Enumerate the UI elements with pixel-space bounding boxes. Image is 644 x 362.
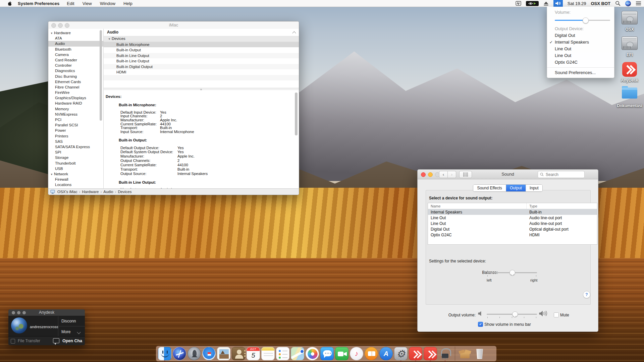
- eject-icon[interactable]: [543, 0, 549, 7]
- output-device-menu-item[interactable]: Line Out: [547, 46, 614, 52]
- sidebar-item-card-reader[interactable]: Card Reader: [48, 57, 103, 63]
- sidebar-item-audio[interactable]: Audio: [48, 41, 103, 46]
- help-button[interactable]: ?: [583, 291, 590, 298]
- dock-item-anydesk[interactable]: [409, 347, 422, 360]
- dock-facetime-icon[interactable]: [335, 347, 348, 360]
- zoom-button[interactable]: [22, 311, 26, 314]
- show-volume-checkbox[interactable]: ✓: [478, 322, 483, 327]
- close-button[interactable]: [12, 311, 15, 314]
- dock-itunes-icon[interactable]: ♪: [350, 347, 363, 360]
- menu-edit[interactable]: Edit: [67, 1, 74, 6]
- dock-sysprefs-icon[interactable]: ⚙: [394, 347, 408, 360]
- sidebar-item-sas[interactable]: SAS: [48, 139, 103, 144]
- device-row[interactable]: Built-in Line Output: [104, 58, 299, 64]
- desktop-icon-anydesk[interactable]: AnyDesk: [616, 62, 643, 83]
- dock-item-chip[interactable]: [438, 347, 452, 360]
- volume-slider-thumb[interactable]: [583, 17, 589, 23]
- sidebar-item-spi[interactable]: SPI: [48, 149, 103, 155]
- output-volume-slider-thumb[interactable]: [512, 311, 518, 317]
- waveform-icon[interactable]: [516, 0, 521, 7]
- sidebar-item-bluetooth[interactable]: Bluetooth: [48, 47, 103, 52]
- active-app-menu[interactable]: System Preferences: [18, 1, 59, 6]
- table-row[interactable]: Line OutAudio line-out port: [428, 221, 597, 226]
- sidebar-item-usb[interactable]: USB: [48, 166, 103, 171]
- dock-item-mail[interactable]: [217, 347, 230, 360]
- file-transfer-button[interactable]: File Transfer: [18, 339, 40, 343]
- disclosure-triangle-icon[interactable]: ▼: [50, 32, 53, 35]
- dock-item-finder[interactable]: [158, 347, 171, 360]
- balance-slider-thumb[interactable]: [509, 270, 515, 276]
- sidebar-item-locations[interactable]: Locations: [48, 182, 103, 187]
- dock-notes-icon[interactable]: [261, 347, 275, 360]
- dock-item-facetime[interactable]: [335, 347, 348, 360]
- devices-group-row[interactable]: ▼Devices: [104, 36, 299, 42]
- dock-mail-icon[interactable]: [217, 347, 230, 360]
- system-information-titlebar[interactable]: iMac: [48, 21, 299, 29]
- dock-item-ibooks[interactable]: [365, 347, 378, 360]
- sidebar-item-firewire[interactable]: FireWire: [48, 90, 103, 95]
- tab-output[interactable]: Output: [506, 185, 526, 191]
- dock-reminders-icon[interactable]: [276, 347, 289, 360]
- dock-anydesk-icon[interactable]: [409, 347, 422, 360]
- device-row[interactable]: Built-in Digital Output: [104, 64, 299, 70]
- breadcrumb-item[interactable]: OSX's iMac: [57, 190, 77, 194]
- dock-photos-icon[interactable]: [306, 347, 319, 360]
- eye-icon[interactable]: [526, 1, 539, 6]
- disclosure-triangle-icon[interactable]: ▼: [108, 38, 111, 41]
- sidebar-item-thunderbolt[interactable]: Thunderbolt: [48, 161, 103, 166]
- sidebar-item-nvmexpress[interactable]: NVMExpress: [48, 112, 103, 117]
- details-scrollbar[interactable]: [295, 93, 298, 135]
- dock-item-siri[interactable]: [173, 347, 186, 360]
- mute-checkbox[interactable]: [554, 312, 559, 317]
- disconnect-button[interactable]: Disconn: [61, 319, 76, 323]
- output-device-menu-item[interactable]: Digital Out: [547, 32, 614, 39]
- dock-safari-icon[interactable]: [202, 347, 216, 360]
- sidebar-scrollbar[interactable]: [100, 30, 102, 121]
- dock-contacts-icon[interactable]: [232, 347, 245, 360]
- dock-item-reminders[interactable]: [276, 347, 289, 360]
- notification-list-icon[interactable]: [636, 0, 641, 7]
- menu-help[interactable]: Help: [123, 1, 132, 6]
- apple-menu-icon[interactable]: [7, 1, 12, 6]
- sidebar-item-memory[interactable]: Memory: [48, 106, 103, 112]
- dock-maps-icon[interactable]: [291, 347, 304, 360]
- output-device-menu-item[interactable]: ✓Internal Speakers: [547, 39, 614, 46]
- tab-input[interactable]: Input: [526, 185, 542, 191]
- output-device-menu-item[interactable]: Line Out: [547, 52, 614, 59]
- sidebar-item-camera[interactable]: Camera: [48, 52, 103, 57]
- sidebar-item-diagnostics[interactable]: Diagnostics: [48, 68, 103, 73]
- dock-item-itunes[interactable]: ♪: [350, 347, 363, 360]
- dock-item-photos[interactable]: [306, 347, 319, 360]
- sidebar-item-pci[interactable]: PCI: [48, 117, 103, 122]
- dock-item-safari[interactable]: [202, 347, 216, 360]
- table-row[interactable]: Line OutAudio line-out port: [428, 215, 597, 221]
- collapse-chevron-icon[interactable]: [292, 31, 296, 35]
- dock-anydesk-icon[interactable]: [424, 347, 437, 360]
- volume-menu-slider[interactable]: [555, 17, 610, 23]
- table-row[interactable]: Digital OutOptical digital-out port: [428, 226, 597, 232]
- table-row[interactable]: Internal SpeakersBuilt-in: [428, 209, 597, 215]
- device-row[interactable]: Built-in Microphone: [104, 42, 299, 48]
- anydesk-titlebar[interactable]: Anydesk: [8, 309, 85, 316]
- dock-appstore-icon[interactable]: A: [379, 347, 393, 360]
- sidebar-item-power[interactable]: Power: [48, 128, 103, 133]
- menu-window[interactable]: Window: [100, 1, 115, 6]
- table-header[interactable]: Name Type: [428, 203, 597, 209]
- breadcrumb-item[interactable]: Hardware: [82, 190, 99, 194]
- dock-item-package[interactable]: [458, 347, 472, 360]
- siri-icon[interactable]: [625, 0, 631, 7]
- sound-titlebar[interactable]: ‹ › Sound: [418, 170, 598, 179]
- breadcrumb-item[interactable]: Audio: [103, 190, 113, 194]
- dock-package-icon[interactable]: [458, 347, 472, 360]
- breadcrumb-item[interactable]: Devices: [118, 190, 132, 194]
- sidebar-item-hardware-raid[interactable]: Hardware RAID: [48, 101, 103, 106]
- dock-item-sysprefs[interactable]: ⚙: [394, 347, 408, 360]
- dock-siri-icon[interactable]: [173, 347, 186, 360]
- sidebar-item-printers[interactable]: Printers: [48, 133, 103, 139]
- sidebar-item-ethernet-cards[interactable]: Ethernet Cards: [48, 79, 103, 84]
- sidebar-item-parallel-scsi[interactable]: Parallel SCSI: [48, 122, 103, 128]
- dock-finder-icon[interactable]: [158, 347, 171, 360]
- minimize-button[interactable]: [17, 311, 20, 314]
- dock-item-anydesk2[interactable]: [424, 347, 437, 360]
- sidebar-item-ata[interactable]: ATA: [48, 36, 103, 41]
